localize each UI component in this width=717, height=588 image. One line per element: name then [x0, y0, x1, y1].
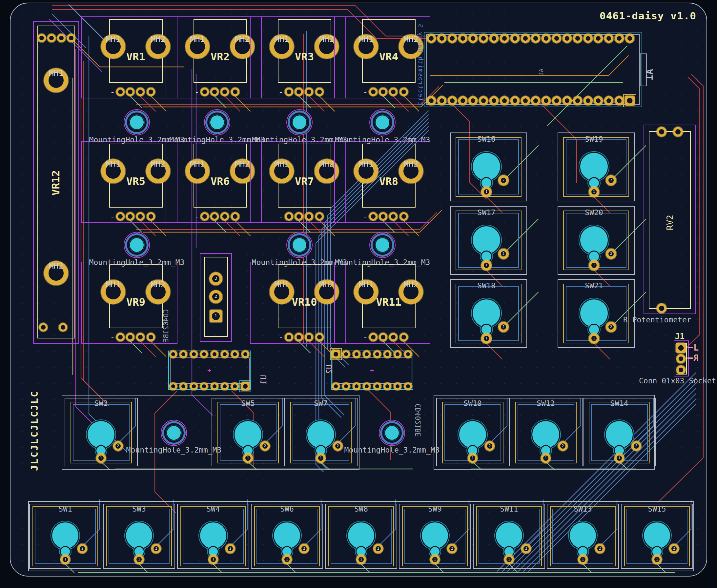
switch-pad[interactable]: 2 [498, 175, 509, 186]
ic-pin[interactable] [363, 382, 371, 390]
switch-stem-hole[interactable] [459, 421, 486, 448]
switch-stem-hole[interactable] [580, 299, 608, 327]
switch-pad[interactable]: 2 [498, 322, 509, 332]
vr-pad[interactable] [389, 212, 398, 221]
a1-pin[interactable]: 19 [437, 96, 446, 105]
switch-stem-hole[interactable] [473, 153, 500, 181]
a1-pin[interactable]: 26 [479, 34, 488, 43]
switch-pad[interactable]: 1 [243, 453, 253, 463]
ic-pin[interactable] [211, 382, 218, 390]
a1-pin[interactable]: 15 [479, 96, 488, 105]
ic-pin[interactable] [211, 350, 218, 358]
vr-pad[interactable] [400, 333, 408, 341]
a1-pin[interactable]: 13 [500, 96, 509, 105]
switch-pad[interactable]: 2 [225, 544, 235, 553]
vr-pad[interactable] [305, 212, 313, 221]
ic-pin[interactable] [383, 350, 391, 358]
vr-pad[interactable] [116, 333, 125, 341]
switch-stem-hole[interactable] [126, 522, 152, 549]
switch-pad[interactable]: 1 [541, 453, 551, 463]
vr-pad[interactable] [379, 212, 387, 221]
switch-pad[interactable]: 1 [356, 554, 366, 564]
ic-pin[interactable] [404, 382, 412, 390]
vr-pad[interactable] [231, 88, 239, 96]
mounting-hole[interactable] [385, 426, 399, 440]
vr12-pad[interactable] [67, 34, 76, 42]
ic-pin[interactable] [342, 382, 350, 390]
switch-stem-hole[interactable] [307, 421, 334, 448]
switch-pad[interactable]: 1 [481, 333, 492, 344]
a1-pin[interactable]: 11 [521, 96, 530, 105]
mounting-hole[interactable] [376, 238, 389, 252]
switch-pad[interactable]: 2 [606, 322, 616, 332]
switch-pad[interactable]: 2 [521, 544, 531, 553]
mounting-hole[interactable] [376, 115, 389, 129]
vr-pad[interactable] [369, 212, 378, 221]
vr-pad[interactable] [379, 333, 387, 341]
vr-pad[interactable] [231, 212, 239, 221]
vr-pad[interactable] [389, 333, 398, 341]
ic-pin[interactable] [180, 382, 187, 390]
ic-pin[interactable] [241, 350, 249, 358]
a1-pin[interactable]: 30 [521, 34, 530, 43]
a1-pin[interactable]: 40 [625, 34, 634, 43]
switch-stem-hole[interactable] [473, 226, 500, 254]
vr-pad[interactable] [220, 88, 229, 96]
ic-pin[interactable] [394, 382, 401, 390]
switch-pad[interactable]: 2 [447, 544, 457, 553]
a1-pin[interactable]: 17 [458, 96, 467, 105]
vr12-pad[interactable] [47, 34, 56, 42]
switch-stem-hole[interactable] [580, 153, 608, 181]
vr-pad[interactable] [201, 88, 209, 96]
switch-stem-hole[interactable] [200, 522, 226, 549]
a1-pin[interactable]: 23 [448, 34, 457, 43]
vr-pad[interactable] [210, 88, 219, 96]
a1-pin[interactable]: 31 [531, 34, 540, 43]
ic-pin[interactable] [180, 350, 187, 358]
a1-pin[interactable]: 34 [563, 34, 572, 43]
switch-pad[interactable]: 2 [485, 441, 494, 451]
switch-stem-hole[interactable] [496, 522, 522, 549]
vr-pad[interactable] [389, 88, 398, 96]
vr-pad[interactable] [136, 333, 145, 341]
ic-pin[interactable] [332, 382, 340, 390]
a1-pin[interactable]: 32 [542, 34, 551, 43]
ic-pin[interactable] [353, 382, 360, 390]
switch-pad[interactable]: 1 [504, 554, 514, 564]
switch-stem-hole[interactable] [88, 421, 114, 448]
a1-pin[interactable]: 18 [448, 96, 457, 105]
switch-pad[interactable]: 1 [652, 554, 662, 564]
vr-pad[interactable] [147, 212, 155, 221]
a1-pin[interactable]: 14 [489, 96, 499, 105]
switch-pad[interactable]: 2 [299, 544, 309, 553]
vr12-pad[interactable] [59, 323, 67, 332]
ic-pin[interactable] [200, 382, 208, 390]
vr-pad[interactable] [136, 88, 145, 96]
switch-pad[interactable]: 1 [134, 554, 144, 564]
switch-pad[interactable]: 2 [498, 249, 509, 259]
switch-pad[interactable]: 1 [589, 260, 599, 271]
switch-stem-hole[interactable] [606, 421, 633, 448]
vr-pad[interactable] [369, 88, 378, 96]
a1-pin[interactable]: 9 [542, 96, 551, 105]
switch-stem-hole[interactable] [234, 421, 261, 448]
switch-stem-hole[interactable] [644, 522, 670, 549]
a1-pin[interactable]: 20 [427, 96, 436, 105]
vr-pad[interactable] [295, 212, 303, 221]
vr-pad[interactable] [295, 333, 303, 341]
vr-pad[interactable] [126, 333, 134, 341]
switch-pad[interactable]: 2 [78, 544, 87, 553]
a1-pin[interactable]: 35 [573, 34, 582, 43]
switch-stem-hole[interactable] [570, 522, 596, 549]
switch-pad[interactable]: 2 [606, 249, 616, 259]
switch-pad[interactable]: 1 [96, 453, 106, 463]
ic-pin[interactable] [169, 350, 177, 358]
vr-pad[interactable] [369, 333, 378, 341]
a1-pin[interactable]: 27 [489, 34, 499, 43]
switch-pad[interactable]: 2 [595, 544, 605, 553]
ic-pin[interactable] [353, 350, 360, 358]
ic-pin[interactable] [231, 382, 239, 390]
ic-pin[interactable] [169, 382, 177, 390]
vr-pad[interactable] [400, 212, 408, 221]
a1-pin[interactable]: 12 [510, 96, 520, 105]
